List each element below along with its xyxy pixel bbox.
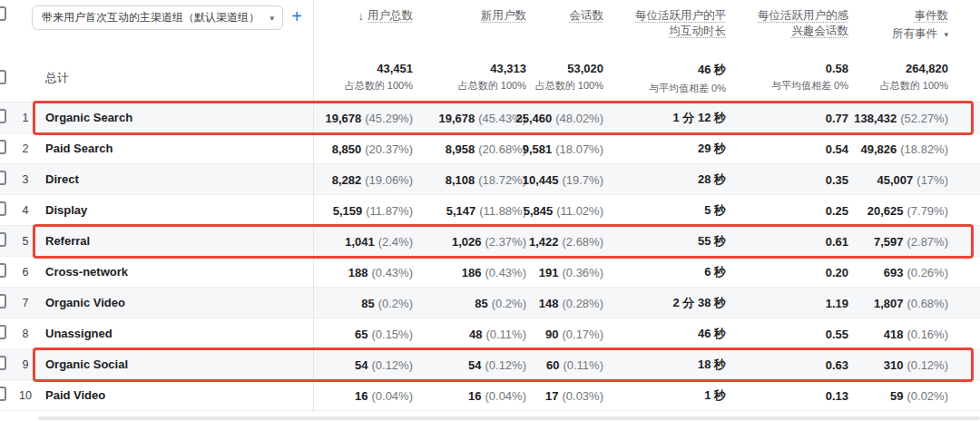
table-row: 9Organic Social54(0.12%)54(0.12%)60(0.11… [0,349,980,380]
metric-value: 1,422 [529,234,559,248]
metric-value-group: 28 秒 [698,171,726,188]
row-checkbox-cell [0,140,13,158]
metric-cell-1: 1,041(2.4%) [313,226,413,256]
totals-checkbox[interactable] [0,70,6,84]
column-header-4[interactable]: 每位活跃用户的平均互动时长 [603,0,726,39]
metric-value: 148 [539,296,559,309]
add-dimension-button[interactable]: + [285,5,309,28]
row-index: 5 [13,235,38,248]
row-checkbox-cell [0,109,13,127]
metric-share: (0.2%) [492,296,526,309]
metric-value: 16 [355,388,368,402]
column-header-label: 每位活跃用户的平均互动时长 [624,8,726,39]
metric-value-group: 138,432(52.27%) [854,111,948,124]
row-checkbox[interactable] [0,232,6,247]
metric-value: 59 [890,388,903,402]
metric-value: 5 秒 [704,203,726,217]
table-row: 3Direct8,282(19.06%)8,108(18.72%)10,445(… [0,164,980,195]
metric-cell-3: 90(0.17%) [526,318,603,348]
row-checkbox[interactable] [0,171,6,185]
metric-value: 5,845 [524,203,554,217]
row-checkbox-cell [0,387,13,405]
metric-value: 0.20 [826,265,848,279]
metric-value-group: 1,422(2.68%) [529,234,603,248]
metric-value-group: 191(0.36%) [539,265,603,279]
metric-share: (0.36%) [562,265,603,279]
table-row: 4Display5,159(11.87%)5,147(11.88%)5,845(… [0,195,980,226]
metric-value-group: 1,026(2.37%) [452,234,526,248]
column-header-label: 每位活跃用户的感兴趣会话数 [747,8,848,39]
header-checkbox-cell [0,0,13,24]
metric-value: 48 [469,327,482,340]
analytics-channels-table: 带来用户首次互动的主渠道组（默认渠道组） ▾ + ↓用户总数新用户数会话数每位活… [0,0,980,421]
metric-cell-5: 1.19 [726,288,848,318]
metric-value: 7,597 [874,234,904,248]
metric-value-group: 2 分 38 秒 [672,295,726,311]
metric-share: (2.87%) [906,234,948,248]
metric-share: (52.27%) [900,111,948,124]
row-index: 6 [13,266,38,279]
column-header-5[interactable]: 每位活跃用户的感兴趣会话数 [726,0,848,39]
metric-cell-4: 1 分 12 秒 [603,103,726,132]
metric-value-group: 148(0.28%) [539,296,603,309]
metric-cell-1: 54(0.12%) [313,349,413,379]
metric-value-group: 25,460(48.02%) [515,111,603,124]
metric-cell-6: 20,625(7.79%) [848,195,948,225]
metric-share: (0.04%) [371,388,413,402]
select-all-checkbox[interactable] [0,6,6,21]
metric-cell-3: 191(0.36%) [526,257,603,287]
column-header-3[interactable]: 会话数 [526,0,603,24]
metric-value: 49,826 [860,142,897,155]
totals-metric-4: 46 秒与平均值相差 0% [603,54,726,109]
metric-value: 0.61 [826,234,848,248]
metric-value: 0.35 [826,172,848,186]
metric-value: 1.19 [826,296,848,309]
metric-cell-2: 19,678(45.43%) [413,103,526,132]
metric-value-group: 9,581(18.07%) [523,142,603,155]
metric-cell-1: 19,678(45.29%) [313,103,413,132]
metric-value-group: 0.35 [826,172,848,186]
metric-value: 0.54 [826,142,848,155]
metric-value-group: 186(0.43%) [462,265,526,279]
row-index: 9 [13,358,38,371]
row-checkbox[interactable] [0,109,6,123]
metric-value-group: 48(0.11%) [469,327,526,340]
row-checkbox[interactable] [0,356,6,370]
metric-share: (0.12%) [485,357,526,371]
metric-value-group: 16(0.04%) [355,388,413,402]
metric-value-group: 59(0.02%) [890,388,948,402]
metric-value-group: 19,678(45.43%) [438,111,526,124]
table-row: 1Organic Search19,678(45.29%)19,678(45.4… [0,103,980,133]
metric-share: (0.17%) [562,327,603,340]
metric-value-group: 17(0.03%) [545,388,603,402]
dimension-selector-label: 带来用户首次互动的主渠道组（默认渠道组） [42,10,260,25]
metric-share: (0.43%) [485,265,526,279]
metric-share: (18.07%) [555,142,603,155]
metric-value: 0.77 [826,111,848,124]
dimension-selector[interactable]: 带来用户首次互动的主渠道组（默认渠道组） ▾ [32,5,283,30]
metric-value-group: 16(0.04%) [468,388,526,402]
metric-value-group: 60(0.11%) [546,357,603,371]
row-checkbox[interactable] [0,201,6,216]
metric-value: 0.13 [826,388,848,402]
row-checkbox[interactable] [0,325,6,339]
metric-value: 8,850 [332,142,362,155]
channel-name: Paid Search [38,142,313,155]
column-header-2[interactable]: 新用户数 [413,0,526,24]
metric-share: (2.68%) [562,234,603,248]
row-checkbox[interactable] [0,387,6,401]
column-header-1[interactable]: ↓用户总数 [313,0,413,24]
horizontal-scrollbar[interactable] [38,416,980,420]
row-checkbox[interactable] [0,263,6,278]
column-header-6[interactable]: 事件数所有事件 ▾ [848,0,948,43]
metric-value: 54 [468,357,481,371]
metric-share: (18.82%) [900,142,948,155]
metric-value: 9,581 [523,142,553,155]
caret-down-icon: ▾ [264,14,274,23]
metric-cell-1: 5,159(11.87%) [313,195,413,225]
row-checkbox[interactable] [0,140,6,154]
metric-value-group: 1 分 12 秒 [672,110,726,126]
metric-share: (0.12%) [906,357,948,371]
metric-value-group: 0.13 [826,388,848,402]
row-checkbox[interactable] [0,294,6,308]
